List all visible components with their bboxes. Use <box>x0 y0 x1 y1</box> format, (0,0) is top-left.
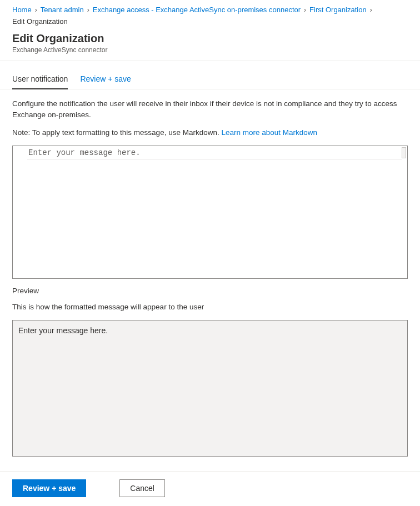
message-editor[interactable]: Enter your message here. <box>12 146 408 279</box>
chevron-right-icon: › <box>304 6 306 14</box>
review-save-button[interactable]: Review + save <box>12 479 86 497</box>
breadcrumb-tenant-admin[interactable]: Tenant admin <box>41 6 84 14</box>
breadcrumb: Home › Tenant admin › Exchange access - … <box>0 0 420 30</box>
footer-bar: Review + save Cancel <box>0 471 420 506</box>
preview-text: Enter your message here. <box>18 326 108 335</box>
preview-description: This is how the formatted message will a… <box>12 303 408 311</box>
tab-content: Configure the notification the user will… <box>0 89 420 457</box>
preview-box: Enter your message here. <box>12 320 408 457</box>
page-header: Edit Organization Exchange ActiveSync co… <box>0 30 420 61</box>
chevron-right-icon: › <box>35 6 37 14</box>
content-description: Configure the notification the user will… <box>12 98 408 121</box>
chevron-right-icon: › <box>87 6 89 14</box>
page-subtitle: Exchange ActiveSync connector <box>12 46 408 54</box>
editor-placeholder: Enter your message here. <box>28 148 141 157</box>
tab-user-notification[interactable]: User notification <box>12 71 68 89</box>
breadcrumb-current: Edit Organization <box>12 17 68 26</box>
breadcrumb-exchange-access[interactable]: Exchange access - Exchange ActiveSync on… <box>93 6 301 14</box>
breadcrumb-first-organization[interactable]: First Organization <box>309 6 367 14</box>
markdown-link[interactable]: Learn more about Markdown <box>221 128 317 137</box>
note-text: Note: To apply text formatting to this m… <box>12 128 221 137</box>
tab-review-save[interactable]: Review + save <box>80 71 131 89</box>
cancel-button[interactable]: Cancel <box>119 479 165 497</box>
page-title: Edit Organization <box>12 32 408 45</box>
breadcrumb-home[interactable]: Home <box>12 6 32 14</box>
chevron-right-icon: › <box>370 6 372 14</box>
content-note: Note: To apply text formatting to this m… <box>12 128 408 137</box>
tab-bar: User notification Review + save <box>0 61 420 89</box>
preview-label: Preview <box>12 287 408 295</box>
